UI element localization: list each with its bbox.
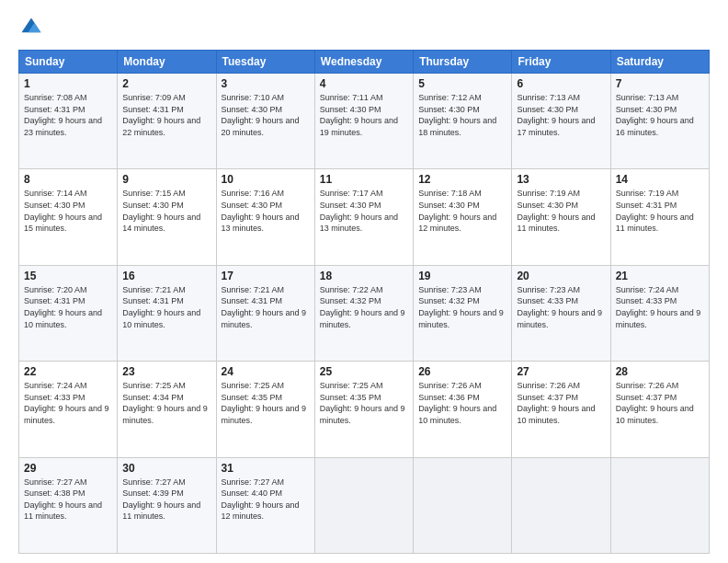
day-cell: 28Sunrise: 7:26 AMSunset: 4:37 PMDayligh…	[610, 362, 709, 457]
day-info: Sunrise: 7:25 AMSunset: 4:34 PMDaylight:…	[122, 380, 210, 426]
day-cell: 16Sunrise: 7:21 AMSunset: 4:31 PMDayligh…	[118, 265, 216, 361]
day-cell: 1Sunrise: 7:08 AMSunset: 4:31 PMDaylight…	[19, 74, 118, 169]
day-number: 27	[517, 365, 605, 378]
day-info: Sunrise: 7:27 AMSunset: 4:40 PMDaylight:…	[222, 477, 310, 523]
day-number: 8	[24, 173, 112, 186]
weekday-header-monday: Monday	[118, 51, 216, 74]
day-number: 22	[24, 365, 112, 378]
day-number: 29	[24, 462, 112, 475]
day-info: Sunrise: 7:15 AMSunset: 4:30 PMDaylight:…	[122, 188, 210, 234]
day-number: 4	[320, 77, 408, 90]
day-number: 17	[222, 270, 310, 282]
day-number: 24	[222, 365, 310, 378]
day-cell: 31Sunrise: 7:27 AMSunset: 4:40 PMDayligh…	[216, 457, 314, 553]
day-cell: 3Sunrise: 7:10 AMSunset: 4:30 PMDaylight…	[216, 74, 314, 169]
day-number: 16	[122, 270, 210, 282]
day-cell: 22Sunrise: 7:24 AMSunset: 4:33 PMDayligh…	[19, 362, 118, 457]
day-number: 3	[222, 77, 310, 90]
logo-icon	[18, 15, 44, 40]
day-number: 5	[418, 77, 506, 90]
day-number: 18	[320, 270, 408, 282]
weekday-header-sunday: Sunday	[19, 51, 118, 74]
day-info: Sunrise: 7:26 AMSunset: 4:37 PMDaylight:…	[616, 380, 704, 426]
day-cell: 15Sunrise: 7:20 AMSunset: 4:31 PMDayligh…	[19, 265, 118, 361]
day-number: 13	[517, 173, 605, 186]
day-cell: 30Sunrise: 7:27 AMSunset: 4:39 PMDayligh…	[118, 457, 216, 553]
page: SundayMondayTuesdayWednesdayThursdayFrid…	[0, 0, 728, 563]
day-info: Sunrise: 7:12 AMSunset: 4:30 PMDaylight:…	[418, 92, 506, 138]
weekday-header-tuesday: Tuesday	[216, 51, 314, 74]
day-cell: 5Sunrise: 7:12 AMSunset: 4:30 PMDaylight…	[414, 74, 512, 169]
day-info: Sunrise: 7:19 AMSunset: 4:31 PMDaylight:…	[616, 188, 704, 234]
day-number: 9	[122, 173, 210, 186]
day-cell: 25Sunrise: 7:25 AMSunset: 4:35 PMDayligh…	[314, 362, 413, 457]
day-cell: 26Sunrise: 7:26 AMSunset: 4:36 PMDayligh…	[414, 362, 512, 457]
weekday-header-thursday: Thursday	[414, 51, 512, 74]
day-info: Sunrise: 7:26 AMSunset: 4:37 PMDaylight:…	[517, 380, 605, 426]
day-number: 14	[616, 173, 704, 186]
day-info: Sunrise: 7:26 AMSunset: 4:36 PMDaylight:…	[418, 380, 506, 426]
day-number: 23	[122, 365, 210, 378]
day-number: 1	[24, 77, 112, 90]
logo	[18, 15, 48, 40]
weekday-header-wednesday: Wednesday	[314, 51, 413, 74]
day-info: Sunrise: 7:22 AMSunset: 4:32 PMDaylight:…	[320, 284, 408, 330]
day-cell: 20Sunrise: 7:23 AMSunset: 4:33 PMDayligh…	[512, 265, 610, 361]
day-info: Sunrise: 7:25 AMSunset: 4:35 PMDaylight:…	[320, 380, 408, 426]
day-number: 26	[418, 365, 506, 378]
day-number: 20	[517, 270, 605, 282]
day-cell	[314, 457, 413, 553]
day-cell: 11Sunrise: 7:17 AMSunset: 4:30 PMDayligh…	[314, 169, 413, 265]
week-row-4: 22Sunrise: 7:24 AMSunset: 4:33 PMDayligh…	[19, 362, 710, 457]
day-number: 2	[122, 77, 210, 90]
day-number: 19	[418, 270, 506, 282]
day-info: Sunrise: 7:16 AMSunset: 4:30 PMDaylight:…	[222, 188, 310, 234]
day-cell: 23Sunrise: 7:25 AMSunset: 4:34 PMDayligh…	[118, 362, 216, 457]
day-cell	[610, 457, 709, 553]
day-info: Sunrise: 7:14 AMSunset: 4:30 PMDaylight:…	[24, 188, 112, 234]
day-number: 21	[616, 270, 704, 282]
day-cell: 7Sunrise: 7:13 AMSunset: 4:30 PMDaylight…	[610, 74, 709, 169]
day-cell: 10Sunrise: 7:16 AMSunset: 4:30 PMDayligh…	[216, 169, 314, 265]
header	[18, 15, 710, 40]
week-row-5: 29Sunrise: 7:27 AMSunset: 4:38 PMDayligh…	[19, 457, 710, 553]
day-info: Sunrise: 7:17 AMSunset: 4:30 PMDaylight:…	[320, 188, 408, 234]
day-cell: 12Sunrise: 7:18 AMSunset: 4:30 PMDayligh…	[414, 169, 512, 265]
day-number: 28	[616, 365, 704, 378]
day-info: Sunrise: 7:27 AMSunset: 4:39 PMDaylight:…	[122, 477, 210, 523]
day-number: 6	[517, 77, 605, 90]
day-info: Sunrise: 7:08 AMSunset: 4:31 PMDaylight:…	[24, 92, 112, 138]
day-number: 31	[222, 462, 310, 475]
day-info: Sunrise: 7:23 AMSunset: 4:32 PMDaylight:…	[418, 284, 506, 330]
day-info: Sunrise: 7:23 AMSunset: 4:33 PMDaylight:…	[517, 284, 605, 330]
day-number: 7	[616, 77, 704, 90]
day-cell: 9Sunrise: 7:15 AMSunset: 4:30 PMDaylight…	[118, 169, 216, 265]
day-info: Sunrise: 7:09 AMSunset: 4:31 PMDaylight:…	[122, 92, 210, 138]
day-cell	[512, 457, 610, 553]
day-info: Sunrise: 7:25 AMSunset: 4:35 PMDaylight:…	[222, 380, 310, 426]
calendar-table: SundayMondayTuesdayWednesdayThursdayFrid…	[18, 50, 710, 554]
day-info: Sunrise: 7:11 AMSunset: 4:30 PMDaylight:…	[320, 92, 408, 138]
day-number: 12	[418, 173, 506, 186]
weekday-header-saturday: Saturday	[610, 51, 709, 74]
week-row-3: 15Sunrise: 7:20 AMSunset: 4:31 PMDayligh…	[19, 265, 710, 361]
day-cell: 4Sunrise: 7:11 AMSunset: 4:30 PMDaylight…	[314, 74, 413, 169]
day-cell: 24Sunrise: 7:25 AMSunset: 4:35 PMDayligh…	[216, 362, 314, 457]
weekday-header-row: SundayMondayTuesdayWednesdayThursdayFrid…	[19, 51, 710, 74]
day-cell: 8Sunrise: 7:14 AMSunset: 4:30 PMDaylight…	[19, 169, 118, 265]
day-cell: 2Sunrise: 7:09 AMSunset: 4:31 PMDaylight…	[118, 74, 216, 169]
day-info: Sunrise: 7:24 AMSunset: 4:33 PMDaylight:…	[24, 380, 112, 426]
day-info: Sunrise: 7:10 AMSunset: 4:30 PMDaylight:…	[222, 92, 310, 138]
day-cell: 29Sunrise: 7:27 AMSunset: 4:38 PMDayligh…	[19, 457, 118, 553]
day-cell: 18Sunrise: 7:22 AMSunset: 4:32 PMDayligh…	[314, 265, 413, 361]
day-info: Sunrise: 7:21 AMSunset: 4:31 PMDaylight:…	[222, 284, 310, 330]
day-cell: 13Sunrise: 7:19 AMSunset: 4:30 PMDayligh…	[512, 169, 610, 265]
week-row-2: 8Sunrise: 7:14 AMSunset: 4:30 PMDaylight…	[19, 169, 710, 265]
day-number: 11	[320, 173, 408, 186]
day-info: Sunrise: 7:27 AMSunset: 4:38 PMDaylight:…	[24, 477, 112, 523]
day-info: Sunrise: 7:21 AMSunset: 4:31 PMDaylight:…	[122, 284, 210, 330]
day-number: 10	[222, 173, 310, 186]
day-number: 25	[320, 365, 408, 378]
day-cell: 19Sunrise: 7:23 AMSunset: 4:32 PMDayligh…	[414, 265, 512, 361]
day-cell: 27Sunrise: 7:26 AMSunset: 4:37 PMDayligh…	[512, 362, 610, 457]
